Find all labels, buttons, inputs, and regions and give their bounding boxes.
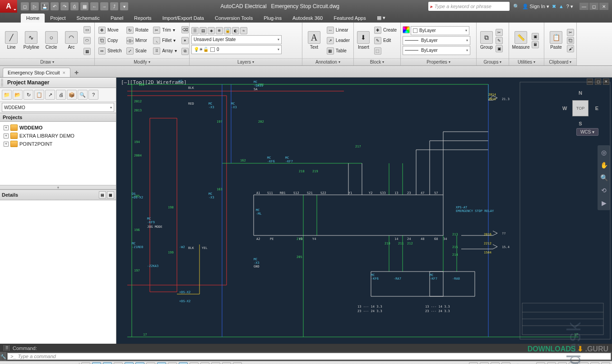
signin-button[interactable]: 👤 Sign In ▾	[522, 4, 549, 9]
qat-undo-icon[interactable]: ↶	[51, 2, 59, 10]
sb-tpy-icon[interactable]: ▤	[200, 362, 209, 364]
table-button[interactable]: ▦Table	[325, 46, 352, 56]
sb-grid-icon[interactable]: ▦	[103, 362, 112, 364]
tree-expand-icon[interactable]: +	[4, 125, 9, 130]
polyline-button[interactable]: ∿Polyline	[22, 24, 41, 56]
stretch-button[interactable]: ⇔Stretch	[97, 46, 124, 56]
command-history[interactable]: ⠿ Command:	[0, 344, 612, 352]
circle-button[interactable]: ○Circle	[42, 24, 61, 56]
file-tab-close-icon[interactable]: ×	[63, 70, 65, 75]
layer-states-icon[interactable]: ▤	[199, 27, 207, 34]
pm-new-proj-icon[interactable]: 📁	[2, 90, 12, 100]
measure-button[interactable]: 📏Measure	[511, 24, 531, 56]
sb-ann-scale-icon[interactable]: ⚖	[501, 362, 510, 364]
sb-am-icon[interactable]: ⊕	[233, 362, 242, 364]
tab-project[interactable]: Project	[45, 14, 71, 23]
new-tab-button[interactable]: ✚	[72, 68, 81, 77]
block-attr-button[interactable]: ⬚	[372, 46, 399, 56]
drawing-canvas[interactable]: [–][Top][2D Wireframe] — ◻ ✕ N S E W TOP…	[116, 78, 612, 344]
panel-groups-title[interactable]: Groups	[477, 58, 509, 65]
group-sel-icon[interactable]: ▣	[496, 45, 503, 52]
scale-button[interactable]: ⤢Scale	[125, 46, 150, 56]
qat-save-icon[interactable]: 💾	[41, 2, 49, 10]
panel-annotation-title[interactable]: Annotation	[302, 58, 353, 65]
file-tab-active[interactable]: Emergency Stop Circuit ×	[3, 68, 70, 77]
match-props-icon[interactable]: 🖌	[567, 45, 574, 52]
pm-refresh-icon[interactable]: ↻	[23, 90, 33, 100]
qat-dropdown-icon[interactable]: ▾	[120, 2, 128, 10]
layer-match-icon[interactable]: ≈	[240, 27, 247, 34]
panel-modify-title[interactable]: Modify	[95, 58, 189, 65]
pm-publish-icon[interactable]: ↗	[45, 90, 55, 100]
pm-help-icon[interactable]: ?	[88, 90, 98, 100]
autodesk360-icon[interactable]: ▲	[559, 4, 564, 9]
panel-clipboard-title[interactable]: Clipboard	[544, 58, 576, 65]
color-combo[interactable]: ByLayer	[411, 26, 469, 35]
tree-expand-icon[interactable]: +	[4, 142, 9, 147]
current-layer-combo[interactable]: 💡 ☀ 🔓 0	[191, 45, 282, 54]
tab-overflow-icon[interactable]: ▦ ▾	[371, 13, 391, 23]
help-icon[interactable]: ? ▾	[566, 4, 573, 9]
layer-iso-icon[interactable]: ◈	[208, 27, 215, 34]
sb-polar-icon[interactable]: ✶	[125, 362, 134, 364]
details-view1-icon[interactable]: ▤	[99, 191, 106, 198]
layer-lock-icon[interactable]: 🔒	[224, 27, 231, 34]
move-button[interactable]: ✥Move	[97, 25, 124, 35]
ungroup-icon[interactable]: ✂	[496, 29, 503, 36]
lineweight-combo[interactable]: ByLayer	[403, 36, 470, 45]
qat-new-icon[interactable]: ◻	[21, 2, 29, 10]
sb-isolate-icon[interactable]: ◐	[590, 362, 599, 364]
layer-state-combo[interactable]: Unsaved Layer State	[191, 35, 282, 44]
sb-osnap-icon[interactable]: ◻	[135, 362, 144, 364]
copy-clip-icon[interactable]: ⿻	[567, 37, 574, 44]
tab-autodesk360[interactable]: Autodesk 360	[287, 14, 328, 23]
project-manager-title[interactable]: Project Manager	[0, 78, 116, 88]
insert-button[interactable]: ⬇Insert	[356, 24, 371, 56]
tab-home[interactable]: Home	[21, 14, 45, 23]
group-button[interactable]: ⧉Group	[478, 24, 495, 56]
qat-print-icon[interactable]: ⎙	[70, 2, 79, 10]
text-button[interactable]: AText	[304, 24, 324, 56]
pm-open-proj-icon[interactable]: 📂	[13, 90, 23, 100]
qat-redo-icon[interactable]: ↷	[60, 2, 69, 10]
exchange-icon[interactable]: ✖	[552, 4, 556, 9]
panel-properties-title[interactable]: Properties	[401, 58, 476, 65]
ellipse-button[interactable]: ⬭	[82, 36, 93, 46]
panel-utilities-title[interactable]: Utilities	[509, 58, 544, 65]
maximize-button[interactable]: ◻	[589, 3, 598, 10]
command-input[interactable]: >_ Type a command	[7, 353, 611, 360]
cut-icon[interactable]: ✂	[567, 29, 574, 36]
sb-snap-icon[interactable]: ⊡	[92, 362, 101, 364]
tab-import-export[interactable]: Import/Export Data	[157, 14, 209, 23]
pm-zip-icon[interactable]: 📦	[67, 90, 77, 100]
sb-annvis-icon[interactable]: 👁	[536, 362, 545, 364]
tree-item-wddemo[interactable]: +WDDEMO	[2, 124, 114, 132]
trim-button[interactable]: ✂Trim ▾	[151, 25, 179, 35]
rotate-button[interactable]: ↻Rotate	[125, 25, 150, 35]
select-all-icon[interactable]: ▣	[532, 33, 539, 40]
sb-ducs-icon[interactable]: ⊿	[168, 362, 177, 364]
edit-block-button[interactable]: ✎Edit	[372, 36, 399, 46]
pm-grip-icon[interactable]	[1, 79, 3, 86]
app-menu-button[interactable]: A	[0, 0, 17, 13]
line-button[interactable]: ╱Line	[2, 24, 21, 56]
layer-freeze-icon[interactable]: ❄	[216, 27, 223, 34]
pm-task-icon[interactable]: 📋	[34, 90, 44, 100]
tab-reports[interactable]: Reports	[129, 14, 157, 23]
pm-project-combo[interactable]: WDDEMO	[2, 103, 114, 112]
sb-3dosnap-icon[interactable]: ◈	[146, 362, 155, 364]
panel-layers-title[interactable]: Layers	[190, 58, 302, 65]
linear-dim-button[interactable]: ↔Linear	[325, 25, 352, 35]
sb-layout1-icon[interactable]: ▢	[469, 362, 478, 364]
binoculars-icon[interactable]: 🔍	[513, 4, 519, 9]
sb-lwt-icon[interactable]: ≡	[190, 362, 199, 364]
sb-sc-icon[interactable]: ◰	[222, 362, 231, 364]
hatch-button[interactable]: ▦	[82, 46, 93, 56]
minimize-button[interactable]: —	[580, 3, 589, 10]
pm-details-header[interactable]: Details ▤ ▦	[0, 189, 116, 200]
panel-block-title[interactable]: Block	[354, 58, 400, 65]
tab-conversion[interactable]: Conversion Tools	[209, 14, 258, 23]
close-button[interactable]: ✕	[599, 3, 608, 10]
qat-share-icon[interactable]: ⤴	[110, 2, 118, 10]
fillet-button[interactable]: ◟Fillet ▾	[151, 36, 179, 46]
